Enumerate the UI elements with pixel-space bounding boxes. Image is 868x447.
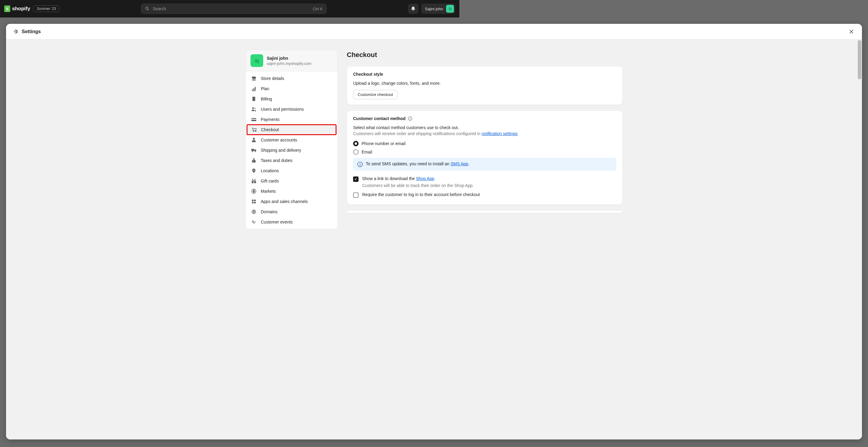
sidebar-item-label: Taxes and duties <box>261 158 292 163</box>
sidebar-item-locations[interactable]: Locations <box>246 166 337 176</box>
person-icon <box>251 137 256 143</box>
sidebar-item-plan[interactable]: Plan <box>246 84 337 94</box>
lead-text: Select what contact method customers use… <box>353 125 459 130</box>
radio-icon <box>353 149 359 155</box>
sidebar-item-label: Customer events <box>261 220 293 224</box>
user-name: Sajini john <box>425 7 443 11</box>
shop-app-link[interactable]: Shop App <box>416 176 434 181</box>
grid-icon <box>251 199 256 204</box>
sidebar-item-customer-accounts[interactable]: Customer accounts <box>246 135 337 145</box>
gear-icon <box>12 29 18 35</box>
pulse-icon <box>251 219 256 225</box>
info-icon[interactable] <box>408 116 412 121</box>
sidebar-item-label: Domains <box>261 209 277 214</box>
search-shortcut: Ctrl K <box>313 7 322 11</box>
sidebar-item-markets[interactable]: Markets <box>246 186 337 196</box>
sidebar-item-label: Shipping and delivery <box>261 148 301 153</box>
modal-title: Settings <box>22 29 41 34</box>
sub-text: Customers will receive order and shippin… <box>353 131 459 136</box>
sidebar-item-label: Markets <box>261 189 276 194</box>
customize-checkout-button[interactable]: Customize checkout <box>353 90 398 99</box>
checkbox-icon <box>353 177 359 182</box>
sidebar-item-label: Apps and sales channels <box>261 199 308 204</box>
radio-email[interactable]: Email <box>353 149 459 155</box>
banner-pre: To send SMS updates, you need to install… <box>366 161 451 166</box>
customer-contact-card: Customer contact method Select what cont… <box>347 110 459 205</box>
radio-icon <box>353 141 359 146</box>
settings-sidebar: Sj Sajini john sajini-john.myshopify.com… <box>245 50 338 229</box>
sidebar-item-payments[interactable]: Payments <box>246 114 337 125</box>
sidebar-item-label: Locations <box>261 168 279 173</box>
sidebar-item-billing[interactable]: Billing <box>246 94 337 104</box>
sidebar-item-label: Payments <box>261 117 279 122</box>
radio-label: Email <box>362 150 372 154</box>
logo-group: shopify Summer '23 <box>4 5 59 12</box>
receipt-icon <box>251 96 256 102</box>
sub-pre: Customers will receive order and shippin… <box>353 131 459 136</box>
checkbox-show-shop-app-link[interactable]: Show a link to download the Shop App <box>353 176 459 182</box>
card-title-text: Customer contact method <box>353 116 405 121</box>
sidebar-item-taxes[interactable]: Taxes and duties <box>246 155 337 166</box>
modal-body: Sj Sajini john sajini-john.myshopify.com… <box>6 39 459 236</box>
modal-title-group: Settings <box>12 29 41 35</box>
sidebar-item-gift-cards[interactable]: Gift cards <box>246 176 337 186</box>
page-heading: Checkout <box>347 51 459 59</box>
settings-layout: Sj Sajini john sajini-john.myshopify.com… <box>245 39 459 236</box>
sidebar-item-users[interactable]: Users and permissions <box>246 104 337 114</box>
user-avatar: Sj <box>446 5 454 13</box>
sidebar-item-label: Customer accounts <box>261 137 297 142</box>
bell-icon <box>410 6 416 11</box>
sms-info-banner: To send SMS updates, you need to install… <box>353 158 459 171</box>
truck-icon <box>251 148 256 153</box>
store-icon <box>251 76 256 81</box>
card-title: Checkout style <box>353 72 459 76</box>
sidebar-item-store-details[interactable]: Store details <box>246 73 337 84</box>
store-avatar: Sj <box>250 54 263 67</box>
checkbox-require-login[interactable]: Require the customer to log in to their … <box>353 192 459 198</box>
users-icon <box>251 106 256 112</box>
shopify-logo[interactable]: shopify <box>4 5 30 12</box>
sidebar-item-apps[interactable]: Apps and sales channels <box>246 196 337 206</box>
sidebar-item-label: Users and permissions <box>261 107 304 111</box>
sidebar-item-label: Store details <box>261 76 284 81</box>
checkbox-icon <box>353 192 359 198</box>
checkbox-label: Show a link to download the Shop App <box>362 176 434 181</box>
sidebar-item-shipping[interactable]: Shipping and delivery <box>246 145 337 155</box>
card-desc: Upload a logo, change colors, fonts, and… <box>353 81 459 86</box>
sidebar-item-domains[interactable]: Domains <box>246 206 337 217</box>
store-card[interactable]: Sj Sajini john sajini-john.myshopify.com <box>246 50 337 71</box>
notifications-button[interactable] <box>408 4 418 14</box>
info-icon <box>357 162 363 167</box>
sms-app-link[interactable]: SMS App <box>451 161 459 166</box>
radio-label: Phone number or email <box>362 141 406 146</box>
search-wrap: Ctrl K <box>62 4 405 14</box>
shopify-bag-icon <box>4 5 10 12</box>
store-url: sajini-john.myshopify.com <box>267 61 311 66</box>
top-right: Sajini john Sj <box>408 4 455 14</box>
checkbox-label: Require the customer to log in to their … <box>362 192 459 197</box>
search-icon <box>145 6 150 11</box>
radio-phone-or-email[interactable]: Phone number or email <box>353 141 459 146</box>
store-name: Sajini john <box>267 56 311 61</box>
search-input[interactable] <box>153 6 310 11</box>
card-icon <box>251 117 256 122</box>
pin-icon <box>251 168 256 173</box>
sidebar-item-checkout[interactable]: Checkout <box>247 124 337 135</box>
user-menu[interactable]: Sajini john Sj <box>421 4 455 14</box>
settings-main: Checkout Checkout style Upload a logo, c… <box>347 50 459 236</box>
season-badge[interactable]: Summer '23 <box>33 5 59 12</box>
banner-text: To send SMS updates, you need to install… <box>366 161 459 166</box>
globe2-icon <box>251 209 256 215</box>
settings-nav: Store details Plan Billing Users and per… <box>246 71 337 229</box>
money-bag-icon <box>251 158 256 163</box>
sidebar-item-label: Billing <box>261 97 272 101</box>
cart-icon <box>251 127 257 132</box>
checkout-style-card: Checkout style Upload a logo, change col… <box>347 66 459 105</box>
card-title: Customer contact method <box>353 116 459 121</box>
chart-icon <box>251 86 256 91</box>
search-box[interactable]: Ctrl K <box>141 4 327 14</box>
gift-icon <box>251 178 256 184</box>
sidebar-item-customer-events[interactable]: Customer events <box>246 217 337 227</box>
sidebar-item-label: Checkout <box>261 127 279 132</box>
modal-header: Settings <box>6 24 459 39</box>
